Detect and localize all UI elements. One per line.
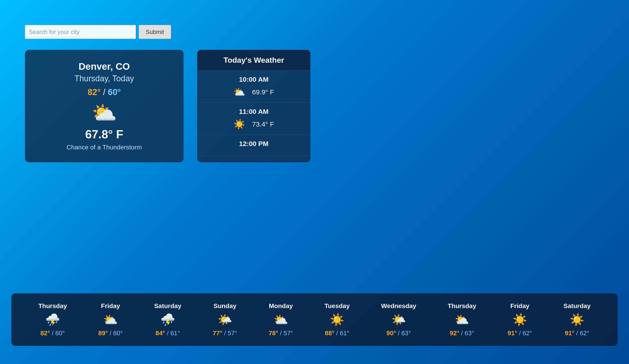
forecast-icon-5: ☀️: [330, 314, 344, 326]
forecast-icon-8: ☀️: [512, 314, 527, 326]
forecast-temps-3: 77° / 57°: [213, 330, 237, 337]
forecast-day-name-7: Thursday: [448, 302, 476, 310]
current-weather-icon: ⛅: [92, 102, 117, 123]
forecast-temps-5: 88° / 61°: [325, 330, 349, 337]
forecast-hi-4: 78°: [269, 330, 278, 337]
forecast-day-1: Friday ⛅ 89° / 60°: [98, 302, 123, 337]
forecast-hi-2: 84°: [156, 330, 165, 337]
forecast-hi-5: 88°: [325, 330, 334, 337]
forecast-hi-7: 92°: [450, 330, 459, 337]
time-label-12pm: 12:00 PM: [204, 140, 304, 148]
condition-text: Chance of a Thunderstorm: [67, 144, 142, 151]
forecast-day-0: Thursday ⛈️ 82° / 60°: [38, 302, 67, 337]
forecast-day-6: Wednesday 🌤️ 90° / 63°: [381, 302, 416, 337]
forecast-lo-0: / 60°: [52, 330, 65, 337]
forecast-lo-3: / 57°: [224, 330, 237, 337]
forecast-lo-1: / 60°: [110, 330, 123, 337]
forecast-icon-4: ⛅: [274, 314, 288, 326]
search-input[interactable]: [25, 25, 136, 39]
forecast-day-5: Tuesday ☀️ 88° / 61°: [324, 302, 350, 337]
search-area: Submit: [25, 25, 171, 39]
forecast-lo-8: / 62°: [519, 330, 532, 337]
current-temp: 67.8° F: [85, 127, 123, 141]
forecast-day-name-3: Sunday: [213, 302, 236, 310]
time-icon-11am: ☀️: [233, 119, 245, 130]
forecast-icon-2: ⛈️: [160, 314, 175, 326]
hi-lo: 82° / 60°: [88, 87, 121, 97]
forecast-lo-2: / 61°: [167, 330, 180, 337]
time-row-10am: 10:00 AM ⛅ 69.9° F: [197, 71, 311, 103]
forecast-hi-3: 77°: [213, 330, 222, 337]
lo-temp: 60°: [108, 87, 121, 97]
current-weather-card: Denver, CO Thursday, Today 82° / 60° ⛅ 6…: [25, 50, 183, 162]
forecast-icon-9: ☀️: [570, 314, 584, 326]
forecast-icon-0: ⛈️: [45, 314, 60, 326]
forecast-lo-6: / 63°: [398, 330, 411, 337]
forecast-icon-3: 🌤️: [217, 314, 232, 326]
forecast-day-name-8: Friday: [510, 302, 529, 310]
forecast-temps-4: 78° / 57°: [269, 330, 293, 337]
forecast-day-name-4: Monday: [269, 302, 293, 310]
time-label-11am: 11:00 AM: [204, 108, 304, 115]
forecast-hi-8: 91°: [507, 330, 517, 337]
forecast-hi-9: 91°: [565, 330, 574, 337]
time-icon-10am: ⛅: [233, 87, 245, 97]
forecast-icon-6: 🌤️: [391, 314, 406, 326]
forecast-day-4: Monday ⛅ 78° / 57°: [269, 302, 293, 337]
forecast-day-name-6: Wednesday: [381, 302, 416, 310]
forecast-day-9: Saturday ☀️ 91° / 62°: [564, 302, 591, 337]
forecast-temps-0: 82° / 60°: [40, 330, 65, 337]
submit-button[interactable]: Submit: [139, 25, 171, 39]
forecast-lo-9: / 62°: [576, 330, 589, 337]
forecast-day-2: Saturday ⛈️ 84° / 61°: [154, 302, 181, 337]
todays-weather-title: Today's Weather: [197, 50, 311, 71]
forecast-icon-7: ⛅: [455, 314, 469, 326]
forecast-hi-1: 89°: [98, 330, 108, 337]
forecast-day-name-0: Thursday: [38, 302, 67, 310]
forecast-day-name-2: Saturday: [154, 302, 181, 310]
forecast-day-name-5: Tuesday: [324, 302, 350, 310]
forecast-lo-7: / 63°: [461, 330, 474, 337]
forecast-day-name-9: Saturday: [564, 302, 591, 310]
time-row-11am: 11:00 AM ☀️ 73.4° F: [197, 103, 311, 135]
todays-weather-card: Today's Weather 10:00 AM ⛅ 69.9° F 11:00…: [197, 50, 311, 162]
time-row-12pm: 12:00 PM: [197, 135, 311, 156]
forecast-temps-8: 91° / 62°: [507, 330, 532, 337]
time-temp-10am: 69.9° F: [252, 88, 274, 96]
city-name: Denver, CO: [79, 61, 130, 72]
day-label: Thursday, Today: [75, 74, 134, 83]
forecast-temps-1: 89° / 60°: [98, 330, 123, 337]
forecast-temps-6: 90° / 63°: [387, 330, 411, 337]
forecast-hi-6: 90°: [387, 330, 396, 337]
forecast-day-3: Sunday 🌤️ 77° / 57°: [213, 302, 237, 337]
forecast-temps-9: 91° / 62°: [565, 330, 589, 337]
forecast-hi-0: 82°: [40, 330, 50, 337]
hi-temp: 82°: [88, 87, 101, 97]
forecast-day-7: Thursday ⛅ 92° / 63°: [448, 302, 476, 337]
cards-row: Denver, CO Thursday, Today 82° / 60° ⛅ 6…: [25, 50, 604, 162]
forecast-temps-7: 92° / 63°: [450, 330, 474, 337]
forecast-lo-5: / 61°: [336, 330, 349, 337]
forecast-day-8: Friday ☀️ 91° / 62°: [507, 302, 532, 337]
forecast-lo-4: / 57°: [280, 330, 293, 337]
forecast-temps-2: 84° / 61°: [156, 330, 180, 337]
forecast-day-name-1: Friday: [101, 302, 120, 310]
time-temp-11am: 73.4° F: [252, 120, 274, 128]
time-label-10am: 10:00 AM: [204, 76, 304, 83]
forecast-bar: Thursday ⛈️ 82° / 60° Friday ⛅ 89° / 60°…: [11, 293, 618, 346]
forecast-icon-1: ⛅: [103, 314, 118, 326]
separator: /: [103, 87, 108, 97]
